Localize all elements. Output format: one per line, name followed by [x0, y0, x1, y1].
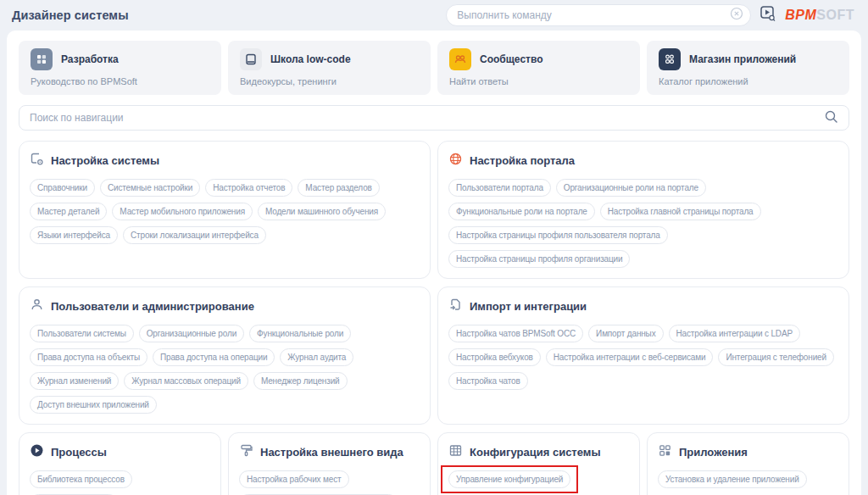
section-title: Процессы — [51, 446, 107, 459]
logo-bpm-text: BPM — [785, 8, 816, 22]
nav-link-chip[interactable]: Настройка страницы профиля организации — [448, 250, 630, 268]
processes-play-icon — [30, 443, 44, 461]
nav-link-chip[interactable]: Менеджер лицензий — [253, 372, 348, 390]
nav-link-chip[interactable]: Журнал массовых операций — [124, 372, 248, 390]
nav-link-chip[interactable]: Права доступа на объекты — [30, 348, 147, 366]
nav-link-chip[interactable]: Строки локализации интерфейса — [123, 226, 266, 244]
nav-link-chip[interactable]: Пользователи портала — [448, 179, 551, 197]
main-panel: Разработка Руководство по BPMSoft Школа … — [7, 31, 861, 495]
section-applications: Приложения Установка и удаление приложен… — [647, 432, 849, 495]
nav-link-chip[interactable]: Настройка страницы профиля пользователя … — [448, 226, 668, 244]
nav-link-chip[interactable]: Функциональные роли на портале — [448, 203, 595, 220]
nav-search-input[interactable] — [30, 112, 817, 124]
section-processes: Процессы Библиотека процессовЖурнал проц… — [19, 432, 221, 495]
portal-globe-icon — [448, 152, 463, 170]
quick-card-subtitle: Руководство по BPMSoft — [31, 76, 209, 86]
quick-card-marketplace[interactable]: Магазин приложений Каталог приложений — [647, 41, 849, 95]
section-chips: Пользователи системыОрганизационные роли… — [30, 325, 420, 414]
quick-card-subtitle: Каталог приложений — [659, 76, 837, 86]
nav-link-chip[interactable]: Мастер разделов — [298, 179, 379, 197]
development-icon — [31, 48, 53, 70]
nav-link-chip[interactable]: Настройка отчетов — [205, 179, 292, 197]
nav-link-chip[interactable]: Настройка вебхуков — [448, 348, 541, 366]
quick-links-row: Разработка Руководство по BPMSoft Школа … — [19, 41, 849, 95]
nav-link-chip[interactable]: Настройка чатов — [448, 372, 528, 390]
nav-link-chip[interactable]: Настройка интеграции с LDAP — [669, 325, 800, 342]
top-bar: Дизайнер системы BPMSOFT — [0, 0, 868, 31]
nav-link-chip[interactable]: Управление конфигурацией — [448, 470, 570, 488]
quick-card-community[interactable]: Сообщество Найти ответы — [437, 41, 640, 95]
section-chips: Пользователи порталаОрганизационные роли… — [448, 179, 838, 268]
section-title: Настройка портала — [470, 154, 575, 167]
command-input[interactable] — [457, 9, 725, 21]
section-chips: Установка и удаление приложений — [658, 470, 838, 488]
section-appearance: Настройка внешнего вида Настройка рабочи… — [228, 432, 431, 495]
section-chips: СправочникиСистемные настройкиНастройка … — [30, 179, 420, 244]
app-marketplace-icon — [659, 48, 681, 70]
quick-card-title: Школа low-code — [270, 53, 351, 65]
nav-link-chip[interactable]: Настройка чатов BPMSoft OCC — [448, 325, 583, 342]
nav-link-chip[interactable]: Установка и удаление приложений — [658, 470, 807, 488]
quick-card-lowcode-school[interactable]: Школа low-code Видеокурсы, тренинги — [228, 41, 431, 95]
section-chips: Настройка чатов BPMSoft OCCИмпорт данных… — [448, 325, 838, 390]
nav-link-chip[interactable]: Языки интерфейса — [30, 226, 118, 244]
section-users-admin: Пользователи и администрирование Пользов… — [19, 286, 431, 425]
nav-link-chip[interactable]: Справочники — [30, 179, 95, 197]
system-settings-icon — [30, 152, 44, 170]
highlight-annotation-box: Управление конфигурацией — [441, 465, 578, 493]
quick-card-title: Разработка — [61, 53, 119, 65]
section-title: Импорт и интеграции — [470, 300, 587, 313]
import-integrations-icon — [448, 298, 463, 315]
section-title: Приложения — [679, 446, 748, 459]
nav-link-chip[interactable]: Пользователи системы — [30, 325, 134, 342]
quick-card-title: Сообщество — [480, 53, 542, 65]
section-portal-settings: Настройка портала Пользователи порталаОр… — [437, 141, 849, 279]
nav-link-chip[interactable]: Интеграция с телефонией — [718, 348, 833, 366]
nav-link-chip[interactable]: Журнал аудита — [280, 348, 353, 366]
lowcode-school-icon — [240, 48, 262, 70]
section-title: Настройка внешнего вида — [260, 446, 403, 459]
appearance-icon — [239, 443, 253, 461]
section-system-settings: Настройка системы СправочникиСистемные н… — [19, 141, 431, 279]
command-input-box[interactable] — [446, 4, 751, 26]
bpmsoft-logo: BPMSOFT — [785, 8, 854, 23]
section-import-integrations: Импорт и интеграции Настройка чатов BPMS… — [437, 286, 849, 425]
nav-search-box[interactable] — [19, 105, 849, 131]
run-process-search-icon[interactable] — [760, 5, 776, 25]
nav-link-chip[interactable]: Настройка интеграции с веб-сервисами — [546, 348, 714, 366]
quick-card-subtitle: Найти ответы — [449, 76, 628, 86]
nav-link-chip[interactable]: Системные настройки — [100, 179, 200, 197]
nav-link-chip[interactable]: Журнал изменений — [30, 372, 119, 390]
page-title: Дизайнер системы — [12, 8, 129, 22]
nav-link-chip[interactable]: Мастер деталей — [30, 203, 107, 220]
section-title: Конфигурация системы — [470, 446, 601, 459]
quick-card-development[interactable]: Разработка Руководство по BPMSoft — [19, 41, 221, 95]
logo-soft-text: SOFT — [816, 8, 854, 22]
nav-link-chip[interactable]: Функциональные роли — [249, 325, 351, 342]
nav-link-chip[interactable]: Импорт данных — [588, 325, 663, 342]
section-title: Пользователи и администрирование — [51, 300, 254, 313]
applications-icon — [658, 443, 672, 461]
users-admin-icon — [30, 298, 44, 315]
section-chips: Управление конфигурацией — [448, 470, 629, 488]
section-title: Настройка системы — [51, 154, 159, 167]
quick-card-title: Магазин приложений — [689, 53, 796, 65]
nav-link-chip[interactable]: Настройка главной страницы портала — [600, 203, 761, 220]
nav-link-chip[interactable]: Настройка рабочих мест — [239, 470, 349, 488]
configuration-grid-icon — [448, 443, 463, 461]
section-chips: Библиотека процессовЖурнал процессов — [30, 470, 210, 495]
search-icon[interactable] — [824, 109, 838, 127]
section-chips: Настройка рабочих местНастройка корпорат… — [239, 470, 420, 495]
section-configuration: Конфигурация системы Управление конфигур… — [437, 432, 640, 495]
sections-grid: Настройка системы СправочникиСистемные н… — [19, 141, 849, 495]
clear-icon[interactable] — [730, 7, 743, 24]
community-icon — [449, 48, 471, 70]
nav-link-chip[interactable]: Библиотека процессов — [30, 470, 132, 488]
nav-link-chip[interactable]: Модели машинного обучения — [258, 203, 386, 220]
nav-link-chip[interactable]: Организационные роли на портале — [556, 179, 706, 197]
quick-card-subtitle: Видеокурсы, тренинги — [240, 76, 419, 86]
nav-link-chip[interactable]: Мастер мобильного приложения — [112, 203, 253, 220]
nav-link-chip[interactable]: Права доступа на операции — [153, 348, 275, 366]
nav-link-chip[interactable]: Доступ внешних приложений — [30, 396, 157, 414]
nav-link-chip[interactable]: Организационные роли — [139, 325, 244, 342]
